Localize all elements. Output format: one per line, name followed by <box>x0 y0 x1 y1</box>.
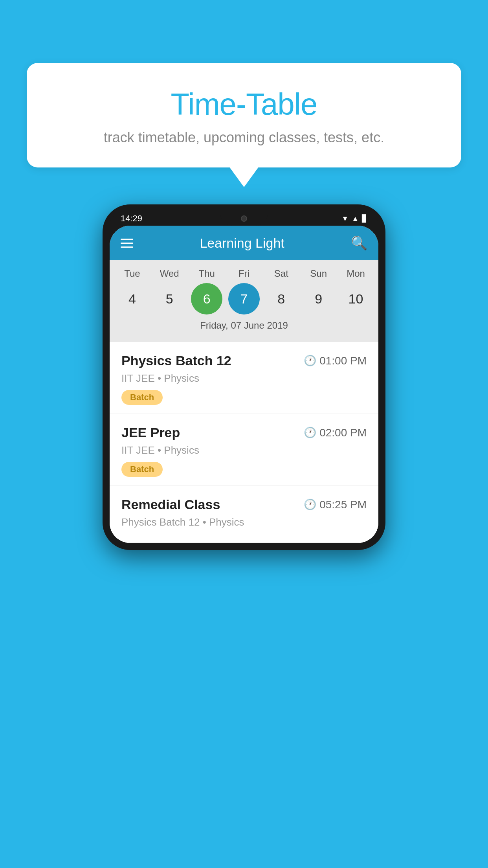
batch-badge-2: Batch <box>121 462 163 477</box>
speech-bubble: Time-Table track timetable, upcoming cla… <box>27 63 461 167</box>
calendar-strip: Tue Wed Thu Fri Sat Sun Mon 4 5 6 7 8 9 … <box>110 260 378 342</box>
app-title: Learning Light <box>200 235 284 251</box>
hamburger-line-2 <box>121 243 133 244</box>
status-bar: 14:29 ▼ ▲ ▊ <box>110 211 378 226</box>
status-time: 14:29 <box>121 213 142 224</box>
schedule-item-3-sub: Physics Batch 12 • Physics <box>121 516 367 528</box>
schedule-item-1[interactable]: Physics Batch 12 🕐 01:00 PM IIT JEE • Ph… <box>110 342 378 414</box>
signal-icon: ▲ <box>352 215 359 223</box>
feature-title: Time-Table <box>42 86 446 122</box>
schedule-item-2-title: JEE Prep <box>121 425 180 440</box>
day-header-sun: Sun <box>303 268 334 279</box>
day-10[interactable]: 10 <box>340 283 371 314</box>
schedule-list: Physics Batch 12 🕐 01:00 PM IIT JEE • Ph… <box>110 342 378 543</box>
battery-icon: ▊ <box>362 214 367 223</box>
day-6-today[interactable]: 6 <box>191 283 222 314</box>
selected-date-label: Friday, 07 June 2019 <box>110 314 378 338</box>
phone-screen: Learning Light 🔍 Tue Wed Thu Fri Sat Sun… <box>110 226 378 543</box>
day-header-mon: Mon <box>340 268 371 279</box>
search-button[interactable]: 🔍 <box>351 235 367 251</box>
day-4[interactable]: 4 <box>116 283 148 314</box>
camera-dot <box>241 215 247 222</box>
day-header-sat: Sat <box>266 268 297 279</box>
clock-icon-1: 🕐 <box>304 355 316 367</box>
schedule-item-2-sub: IIT JEE • Physics <box>121 444 367 456</box>
schedule-item-3[interactable]: Remedial Class 🕐 05:25 PM Physics Batch … <box>110 486 378 543</box>
phone-mockup: 14:29 ▼ ▲ ▊ Learning Light 🔍 <box>103 204 385 550</box>
phone-outer-frame: 14:29 ▼ ▲ ▊ Learning Light 🔍 <box>103 204 385 550</box>
schedule-item-3-time: 🕐 05:25 PM <box>304 498 367 511</box>
schedule-item-2[interactable]: JEE Prep 🕐 02:00 PM IIT JEE • Physics Ba… <box>110 414 378 486</box>
clock-icon-3: 🕐 <box>304 498 316 511</box>
day-headers: Tue Wed Thu Fri Sat Sun Mon <box>110 268 378 279</box>
phone-notch <box>220 211 268 226</box>
schedule-item-3-header: Remedial Class 🕐 05:25 PM <box>121 497 367 512</box>
day-5[interactable]: 5 <box>154 283 185 314</box>
schedule-item-3-title: Remedial Class <box>121 497 220 512</box>
wifi-icon: ▼ <box>341 215 349 223</box>
hamburger-line-3 <box>121 246 133 248</box>
schedule-item-1-title: Physics Batch 12 <box>121 353 231 368</box>
schedule-item-1-time: 🕐 01:00 PM <box>304 355 367 367</box>
day-9[interactable]: 9 <box>303 283 334 314</box>
day-header-fri: Fri <box>228 268 260 279</box>
batch-badge-1: Batch <box>121 390 163 405</box>
day-header-tue: Tue <box>116 268 148 279</box>
hamburger-line-1 <box>121 239 133 240</box>
hamburger-menu-button[interactable] <box>121 239 133 248</box>
day-8[interactable]: 8 <box>266 283 297 314</box>
schedule-item-2-header: JEE Prep 🕐 02:00 PM <box>121 425 367 440</box>
feature-subtitle: track timetable, upcoming classes, tests… <box>42 129 446 146</box>
app-header: Learning Light 🔍 <box>110 226 378 260</box>
schedule-item-1-sub: IIT JEE • Physics <box>121 372 367 384</box>
day-numbers: 4 5 6 7 8 9 10 <box>110 283 378 314</box>
clock-icon-2: 🕐 <box>304 427 316 439</box>
day-7-selected[interactable]: 7 <box>228 283 260 314</box>
day-header-thu: Thu <box>191 268 222 279</box>
schedule-item-2-time: 🕐 02:00 PM <box>304 427 367 439</box>
speech-bubble-container: Time-Table track timetable, upcoming cla… <box>27 63 461 167</box>
status-icons: ▼ ▲ ▊ <box>341 214 367 223</box>
day-header-wed: Wed <box>154 268 185 279</box>
schedule-item-1-header: Physics Batch 12 🕐 01:00 PM <box>121 353 367 368</box>
